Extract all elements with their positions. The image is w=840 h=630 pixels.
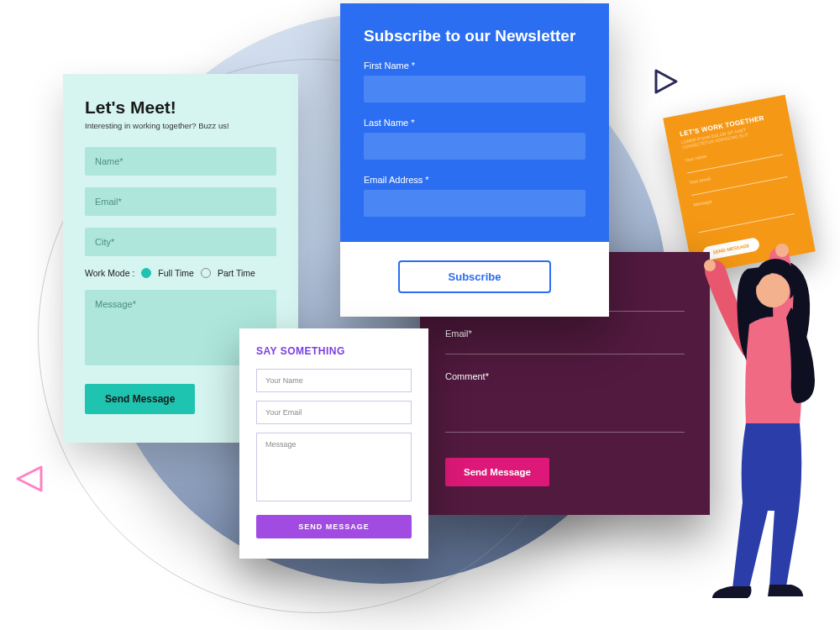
radio-part-time-label: Part Time bbox=[218, 268, 255, 278]
radio-full-time-label: Full Time bbox=[158, 268, 194, 278]
triangle-right-icon bbox=[651, 67, 680, 96]
dark-email-input[interactable]: Email* bbox=[445, 328, 685, 354]
lets-meet-submit-button[interactable]: Send Message bbox=[85, 384, 195, 414]
say-something-title: SAY SOMETHING bbox=[256, 345, 412, 357]
subscribe-first-name-input[interactable] bbox=[364, 76, 585, 102]
lets-meet-work-mode-row: Work Mode : Full Time Part Time bbox=[85, 268, 276, 278]
subscribe-email-input[interactable] bbox=[364, 190, 585, 217]
svg-point-2 bbox=[775, 244, 789, 257]
subscribe-blue-panel: Subscribe to our Newsletter First Name *… bbox=[340, 3, 609, 242]
svg-point-3 bbox=[704, 260, 716, 271]
svg-marker-1 bbox=[18, 467, 41, 491]
lets-meet-city-input[interactable]: City* bbox=[85, 228, 276, 256]
canvas: LET'S WORK TOGETHER LOREM IPSUM DOLOR SI… bbox=[0, 0, 840, 630]
radio-part-time[interactable] bbox=[201, 268, 211, 278]
card-subscribe: Subscribe to our Newsletter First Name *… bbox=[340, 3, 609, 317]
person-illustration-icon bbox=[697, 225, 823, 595]
lets-meet-title: Let's Meet! bbox=[85, 97, 276, 118]
triangle-left-icon bbox=[13, 462, 46, 496]
dark-comment-input[interactable]: Comment* bbox=[445, 371, 685, 433]
say-name-input[interactable]: Your Name bbox=[256, 369, 412, 392]
lets-meet-subtitle: Interesting in working together? Buzz us… bbox=[85, 121, 276, 130]
svg-marker-0 bbox=[656, 71, 676, 92]
say-submit-button[interactable]: SEND MESSAGE bbox=[256, 515, 412, 538]
radio-full-time[interactable] bbox=[141, 268, 151, 278]
subscribe-email-label: Email Address * bbox=[364, 175, 585, 185]
lets-meet-email-input[interactable]: Email* bbox=[85, 187, 276, 216]
subscribe-last-name-label: Last Name * bbox=[364, 118, 585, 128]
subscribe-button[interactable]: Subscribe bbox=[398, 260, 552, 293]
subscribe-button-row: Subscribe bbox=[340, 242, 609, 317]
say-email-input[interactable]: Your Email bbox=[256, 401, 412, 424]
work-mode-label: Work Mode : bbox=[85, 268, 134, 278]
say-message-input[interactable]: Message bbox=[256, 433, 412, 501]
dark-submit-button[interactable]: Send Message bbox=[445, 458, 549, 486]
subscribe-first-name-label: First Name * bbox=[364, 60, 585, 71]
subscribe-title: Subscribe to our Newsletter bbox=[364, 27, 585, 45]
subscribe-last-name-input[interactable] bbox=[364, 133, 585, 160]
card-say-something: SAY SOMETHING Your Name Your Email Messa… bbox=[239, 328, 428, 559]
lets-meet-name-input[interactable]: Name* bbox=[85, 147, 276, 176]
